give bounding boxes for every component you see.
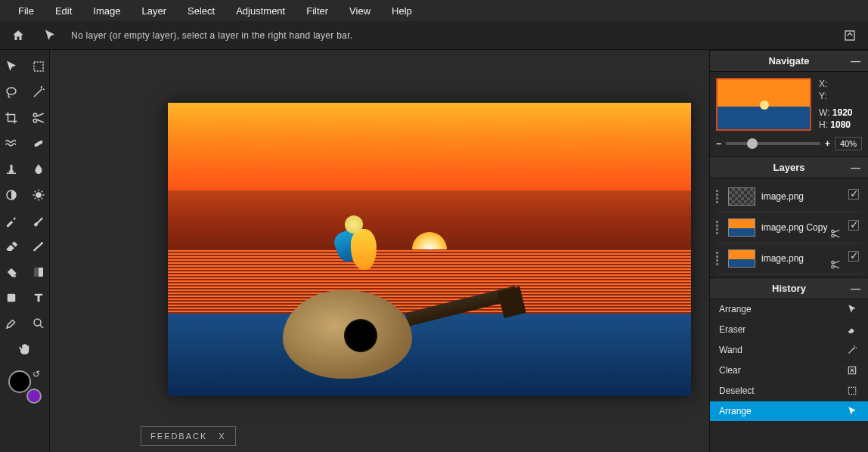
zoom-in-button[interactable]: +	[825, 138, 830, 149]
history-panel: Arrange Eraser Wand Clear Deselect Arran…	[710, 299, 868, 422]
options-hint: No layer (or empty layer), select a laye…	[71, 30, 353, 41]
layer-row[interactable]: image.png	[716, 243, 862, 274]
menu-adjustment[interactable]: Adjustment	[225, 1, 296, 21]
navigate-info: X: Y: W: 1920 H: 1080	[819, 78, 853, 131]
tool-dodge[interactable]	[1, 184, 22, 206]
collapse-icon[interactable]: —	[851, 283, 860, 294]
panel-header-history[interactable]: History —	[710, 277, 868, 299]
zoom-slider[interactable]	[726, 142, 820, 145]
collapse-icon[interactable]: —	[851, 162, 860, 173]
panel-title-navigate: Navigate	[768, 55, 809, 67]
background-color[interactable]	[26, 389, 42, 404]
menu-bar: File Edit Image Layer Select Adjustment …	[0, 0, 868, 21]
menu-help[interactable]: Help	[381, 1, 423, 21]
tool-marquee[interactable]	[28, 56, 49, 77]
svg-point-9	[41, 242, 43, 244]
canvas-area[interactable]: FEEDBACK X	[50, 50, 709, 452]
tool-zoom[interactable]	[28, 313, 49, 334]
panel-title-layers: Layers	[773, 162, 805, 173]
color-swatch[interactable]: ↺	[8, 370, 42, 404]
history-label: Deselect	[719, 385, 755, 396]
swap-colors-icon[interactable]: ↺	[33, 369, 40, 379]
tool-wand[interactable]	[28, 82, 49, 103]
layer-visibility-toggle[interactable]	[848, 220, 859, 231]
scissors-icon[interactable]	[830, 259, 841, 272]
zoom-percent[interactable]: 40%	[835, 137, 862, 150]
tool-shape[interactable]	[1, 287, 22, 308]
menu-view[interactable]: View	[339, 1, 381, 21]
history-label: Wand	[719, 345, 742, 355]
tool-eraser[interactable]	[1, 236, 22, 257]
history-label: Eraser	[719, 324, 746, 335]
history-item[interactable]: Arrange	[710, 401, 868, 422]
tool-colorpicker[interactable]	[1, 313, 22, 334]
layer-name[interactable]: image.png	[761, 253, 862, 264]
foreground-color[interactable]	[8, 370, 31, 393]
layer-name[interactable]: image.png Copy	[761, 222, 862, 233]
layer-visibility-toggle[interactable]	[848, 251, 859, 262]
layer-name[interactable]: image.png	[761, 191, 862, 202]
history-item[interactable]: Eraser	[710, 320, 868, 340]
tool-lasso[interactable]	[1, 82, 22, 103]
menu-edit[interactable]: Edit	[45, 1, 82, 21]
svg-point-4	[33, 119, 37, 123]
tool-stamp[interactable]	[1, 159, 22, 180]
menu-file[interactable]: File	[8, 1, 45, 21]
svg-rect-19	[848, 387, 855, 394]
feedback-label: FEEDBACK	[150, 432, 207, 441]
tool-hand[interactable]	[14, 339, 36, 360]
tool-sponge[interactable]	[28, 184, 49, 206]
layer-row[interactable]: image.png Copy	[716, 212, 862, 243]
layer-row[interactable]: image.png	[716, 181, 862, 212]
layer-visibility-toggle[interactable]	[848, 189, 859, 200]
drag-handle-icon[interactable]	[716, 221, 722, 234]
menu-select[interactable]: Select	[177, 1, 225, 21]
drag-handle-icon[interactable]	[716, 252, 722, 265]
tool-liquify[interactable]	[1, 133, 22, 154]
arrow-icon	[845, 406, 859, 416]
home-icon[interactable]	[8, 25, 29, 46]
svg-rect-1	[34, 62, 43, 71]
panel-header-navigate[interactable]: Navigate —	[710, 50, 868, 72]
svg-rect-11	[34, 268, 39, 277]
tool-crop[interactable]	[1, 107, 22, 128]
tool-arrow[interactable]	[1, 56, 22, 77]
tool-brush[interactable]	[28, 210, 49, 231]
svg-point-3	[33, 113, 37, 117]
layer-thumbnail[interactable]	[728, 249, 755, 268]
canvas-image[interactable]	[168, 103, 691, 396]
layer-thumbnail[interactable]	[728, 218, 755, 237]
history-label: Arrange	[719, 406, 752, 416]
menu-image[interactable]: Image	[82, 1, 131, 21]
tool-scissors[interactable]	[28, 107, 49, 128]
history-label: Arrange	[719, 304, 752, 314]
tool-gradient[interactable]	[28, 262, 49, 283]
layer-thumbnail[interactable]	[728, 187, 755, 206]
history-item[interactable]: Wand	[710, 340, 868, 361]
tool-bucket[interactable]	[1, 262, 22, 283]
wand-icon	[845, 345, 859, 355]
options-bar: No layer (or empty layer), select a laye…	[0, 21, 868, 50]
history-item[interactable]: Deselect	[710, 381, 868, 401]
scissors-icon[interactable]	[830, 228, 841, 241]
tool-blur[interactable]	[28, 159, 49, 180]
history-item[interactable]: Arrange	[710, 299, 868, 320]
feedback-button[interactable]: FEEDBACK X	[141, 426, 236, 446]
eraser-icon	[845, 324, 859, 335]
collapse-icon[interactable]: —	[851, 55, 860, 67]
drag-handle-icon[interactable]	[716, 190, 722, 203]
zoom-out-button[interactable]: −	[716, 138, 721, 149]
tool-heal[interactable]	[28, 133, 49, 154]
panel-header-layers[interactable]: Layers —	[710, 156, 868, 178]
menu-layer[interactable]: Layer	[132, 1, 178, 21]
tool-eyedropper[interactable]	[1, 210, 22, 231]
expand-icon[interactable]	[839, 25, 860, 46]
menu-filter[interactable]: Filter	[296, 1, 339, 21]
navigate-thumbnail[interactable]	[716, 78, 811, 131]
history-item[interactable]: Clear	[710, 361, 868, 381]
svg-point-2	[7, 88, 16, 94]
feedback-close[interactable]: X	[219, 432, 225, 441]
pointer-icon[interactable]	[39, 25, 60, 46]
tool-spray[interactable]	[28, 236, 49, 257]
tool-text[interactable]	[28, 287, 49, 308]
